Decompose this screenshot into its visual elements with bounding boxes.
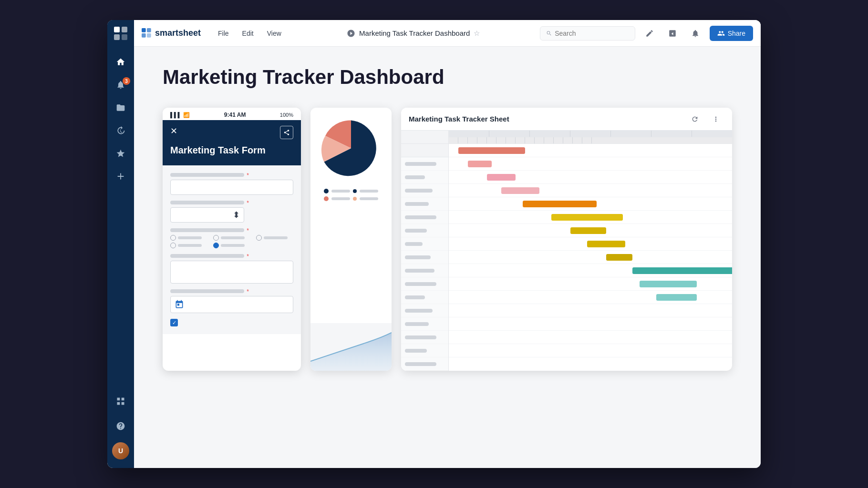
menu-view[interactable]: View — [261, 27, 287, 40]
gantt-timeline — [449, 131, 732, 371]
menu-edit[interactable]: Edit — [237, 27, 259, 40]
sidebar-item-add[interactable] — [107, 165, 134, 188]
dashboard: Marketing Tracker Dashboard ▌▌▌ 📶 9:41 A… — [134, 47, 761, 468]
dashboard-title: Marketing Tracker Dashboard — [163, 66, 732, 89]
star-icon[interactable]: ☆ — [474, 29, 480, 38]
gantt-label-row — [401, 344, 448, 357]
sidebar-item-favorites[interactable] — [107, 142, 134, 165]
radio-opt-5-selected[interactable] — [213, 243, 245, 248]
gantt-bar-3 — [501, 187, 539, 194]
field-textarea-4[interactable] — [170, 261, 293, 284]
sidebar-item-home[interactable] — [107, 51, 134, 73]
search-bar[interactable] — [540, 26, 635, 41]
menu-file[interactable]: File — [212, 27, 235, 40]
sidebar-logo[interactable] — [107, 20, 134, 47]
radio-group-bottom — [170, 243, 293, 248]
gantt-label-row — [401, 237, 448, 251]
gantt-label-row — [401, 211, 448, 224]
radio-opt-3[interactable] — [256, 235, 288, 241]
radio-opt-1[interactable] — [170, 235, 202, 241]
field-date-5[interactable] — [170, 296, 293, 313]
checkbox-checked[interactable]: ✓ — [170, 319, 178, 326]
form-field-3 — [170, 228, 293, 248]
share-icon — [717, 30, 725, 37]
topbar: smartsheet File Edit View Marketing Task… — [134, 20, 761, 47]
gantt-label-row — [401, 277, 448, 291]
form-title: Marketing Task Form — [170, 145, 293, 156]
legend-line-1b — [360, 197, 378, 200]
radio-group-top — [170, 235, 293, 241]
share-button[interactable]: Share — [710, 26, 753, 41]
doc-title: Marketing Task Tracker Dashboard ☆ — [359, 29, 480, 38]
radio-label-2 — [221, 236, 245, 239]
gantt-label-row — [401, 357, 448, 371]
form-field-5 — [170, 289, 293, 313]
topbar-menu: File Edit View — [212, 27, 287, 40]
radio-label-5 — [221, 244, 245, 247]
legend-line-0b — [360, 190, 378, 193]
widgets-area: ▌▌▌ 📶 9:41 AM 100% ✕ Market — [163, 108, 732, 371]
sidebar-item-help[interactable] — [112, 415, 129, 437]
present-icon-btn[interactable] — [664, 25, 681, 42]
sidebar-item-grid[interactable] — [112, 390, 129, 413]
gantt-grid — [449, 144, 732, 357]
topbar-logo: smartsheet — [142, 28, 201, 39]
gantt-bar-5 — [551, 214, 623, 221]
radio-label-4 — [178, 244, 202, 247]
gantt-label-row — [401, 331, 448, 344]
svg-rect-1 — [122, 27, 127, 32]
form-body: ⬍ — [163, 165, 301, 334]
gantt-label-row — [401, 184, 448, 197]
gantt-label-row — [401, 224, 448, 237]
form-field-1 — [170, 173, 293, 195]
avatar[interactable]: U — [112, 439, 129, 462]
form-close-icon[interactable]: ✕ — [170, 126, 177, 139]
search-input[interactable] — [555, 30, 629, 37]
notification-badge: 3 — [123, 77, 130, 85]
field-select-2[interactable]: ⬍ — [170, 207, 244, 223]
gantt-rows-labels — [401, 131, 449, 371]
sidebar: 3 U — [107, 20, 134, 468]
chart-top — [310, 108, 392, 323]
doc-title-text: Marketing Task Tracker Dashboard — [359, 29, 470, 37]
sidebar-item-notifications[interactable]: 3 — [107, 73, 134, 96]
gantt-refresh-icon[interactable] — [686, 111, 703, 128]
radio-opt-2[interactable] — [213, 235, 245, 241]
legend-dot-1b — [353, 197, 357, 201]
gantt-title: Marketing Task Tracker Sheet — [409, 115, 509, 123]
gantt-bar-10 — [640, 281, 697, 287]
form-share-icon[interactable] — [280, 126, 293, 139]
topbar-logo-text: smartsheet — [155, 28, 201, 38]
phone-time: 9:41 AM — [224, 112, 246, 118]
checkbox-row: ✓ — [170, 319, 293, 326]
svg-rect-7 — [147, 33, 151, 38]
gantt-more-icon[interactable] — [707, 111, 724, 128]
gantt-bar-7 — [587, 241, 625, 247]
radio-opt-4[interactable] — [170, 243, 202, 248]
edit-icon-btn[interactable] — [641, 25, 658, 42]
gantt-controls — [686, 111, 724, 128]
legend-item-0 — [324, 189, 378, 193]
radio-circle-3 — [256, 235, 262, 241]
field-input-1[interactable] — [170, 180, 293, 195]
gantt-label-row — [401, 291, 448, 304]
mobile-form-widget: ▌▌▌ 📶 9:41 AM 100% ✕ Market — [163, 108, 301, 371]
radio-circle-5 — [213, 243, 219, 248]
gantt-label-row — [401, 317, 448, 331]
gantt-label-row — [401, 251, 448, 264]
radio-circle-2 — [213, 235, 219, 241]
sidebar-nav: 3 — [107, 47, 134, 390]
legend-dot-0 — [324, 189, 329, 193]
gantt-header: Marketing Task Tracker Sheet — [401, 108, 732, 131]
sidebar-bottom: U — [112, 390, 129, 468]
sidebar-item-folder[interactable] — [107, 96, 134, 119]
sidebar-item-recent[interactable] — [107, 119, 134, 142]
radio-circle-4 — [170, 243, 176, 248]
svg-rect-3 — [122, 34, 127, 40]
gantt-widget: Marketing Task Tracker Sheet — [401, 108, 732, 371]
field-label-2 — [170, 201, 244, 204]
chart-legend — [320, 189, 382, 205]
notify-icon-btn[interactable] — [687, 25, 704, 42]
search-icon — [546, 30, 552, 37]
gantt-bar-6 — [570, 227, 606, 234]
